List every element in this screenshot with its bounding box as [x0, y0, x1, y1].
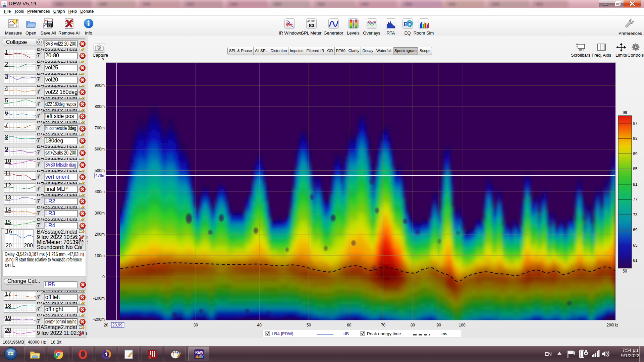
svg-text:65: 65 — [633, 243, 638, 248]
svg-text:89: 89 — [633, 152, 638, 156]
svg-text:-200m: -200m — [93, 317, 105, 322]
svg-text:81: 81 — [633, 182, 638, 187]
svg-text:73: 73 — [633, 213, 638, 217]
svg-text:85: 85 — [633, 167, 638, 171]
svg-text:90: 90 — [437, 323, 441, 327]
svg-text:476m: 476m — [95, 173, 105, 178]
svg-text:97: 97 — [633, 121, 638, 126]
svg-text:40: 40 — [257, 323, 262, 327]
svg-text:V5.1: V5.1 — [200, 354, 204, 356]
svg-text:20: 20 — [104, 323, 108, 327]
svg-text:800m: 800m — [95, 104, 105, 109]
svg-text:200Hz: 200Hz — [606, 323, 618, 327]
svg-text:61: 61 — [633, 258, 638, 263]
svg-text:100m: 100m — [95, 253, 105, 258]
svg-text:30: 30 — [194, 323, 198, 327]
svg-text:0: 0 — [102, 275, 105, 279]
svg-text:EN: EN — [545, 351, 552, 357]
svg-text:59: 59 — [623, 269, 627, 274]
svg-text:200m: 200m — [95, 232, 105, 237]
svg-text:93: 93 — [633, 136, 638, 141]
svg-text:-100m: -100m — [93, 296, 105, 301]
svg-text:77: 77 — [633, 197, 638, 202]
svg-text:80: 80 — [411, 323, 415, 327]
svg-text:60: 60 — [347, 323, 352, 327]
svg-text:69: 69 — [633, 228, 638, 232]
svg-text:600m: 600m — [95, 147, 105, 152]
svg-text:400m: 400m — [95, 189, 105, 194]
svg-text:900m: 900m — [95, 83, 105, 88]
svg-text:700m: 700m — [95, 126, 105, 130]
svg-text:99: 99 — [623, 110, 627, 115]
svg-text:20,99: 20,99 — [112, 323, 122, 327]
svg-text:50: 50 — [307, 323, 311, 327]
svg-text:500m: 500m — [95, 168, 105, 173]
svg-text:70: 70 — [381, 323, 386, 327]
svg-text:300m: 300m — [95, 211, 105, 216]
svg-text:100: 100 — [459, 323, 466, 327]
